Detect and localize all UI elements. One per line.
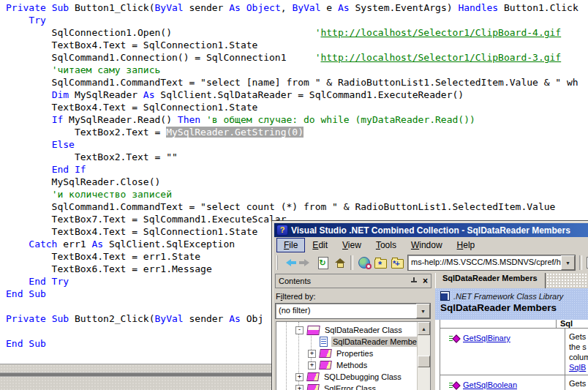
- tree-item-label: Methods: [335, 360, 369, 370]
- filter-dropdown-button[interactable]: ▼: [416, 304, 430, 318]
- table-row-partial: Sql: [440, 320, 588, 329]
- home-button[interactable]: [331, 255, 348, 271]
- refresh-button[interactable]: [314, 255, 331, 271]
- code-text: TextBox4.Text = SqlConnection1.State: [6, 102, 257, 113]
- code-keyword: ByVal: [155, 2, 184, 13]
- url-value[interactable]: ms-help://MS.VSCC/MS.MSDNVS/cpref/htm: [408, 255, 561, 270]
- code-line: MySqlReader.Close(): [6, 176, 588, 188]
- menu-item-file[interactable]: File: [276, 238, 305, 252]
- code-comment: 'в общем случае: do while (myDataReader.…: [206, 114, 475, 125]
- tree-expand-icon[interactable]: +: [295, 385, 304, 390]
- forward-arrow-button[interactable]: [298, 255, 314, 271]
- code-line: 'читаем саму запись: [6, 64, 588, 76]
- new-window-button[interactable]: [584, 255, 588, 271]
- favorites-folder-icon: [391, 259, 404, 269]
- code-line: 'и количество записей: [6, 188, 588, 200]
- tree-item-properties[interactable]: +Properties: [276, 348, 430, 359]
- url-combobox[interactable]: ms-help://MS.VSCC/MS.MSDNVS/cpref/htm ▼: [407, 255, 576, 271]
- member-desc-text: the s: [569, 342, 588, 352]
- back-arrow-icon: [282, 259, 296, 266]
- code-text: [200, 114, 206, 125]
- code-line: TextBox4.Text = SqlConnection1.State: [6, 101, 588, 113]
- web-search-button[interactable]: [355, 255, 372, 271]
- menu-item-window[interactable]: Window: [404, 238, 450, 252]
- code-line: Try: [6, 14, 588, 26]
- member-link-getsqlbinary[interactable]: GetSqlBinary: [463, 334, 510, 342]
- back-arrow-button[interactable]: [281, 255, 298, 271]
- tree-expand-icon[interactable]: +: [308, 361, 316, 370]
- code-keyword: Then: [178, 114, 200, 125]
- contents-panel-title: Contents: [279, 277, 410, 285]
- member-desc-cell: Getsthe s: [565, 375, 587, 390]
- tree-expand-icon[interactable]: +: [308, 350, 316, 358]
- code-text: SqlClient.SqlDataReader = SqlCommand1.Ex…: [155, 89, 464, 100]
- code-keyword: End Sub: [6, 288, 46, 299]
- tree-expand-icon[interactable]: +: [295, 373, 304, 381]
- tree-item-methods[interactable]: +Methods: [276, 359, 430, 371]
- tree-item-sqldatareader-membe[interactable]: SqlDataReader Membe: [276, 336, 430, 348]
- code-text: sender: [184, 313, 230, 324]
- code-text: SqlCommand1.CommandText = "select [name]…: [6, 77, 578, 88]
- tree-item-sqldebugging-class[interactable]: +SQLDebugging Class: [276, 371, 430, 383]
- code-line: TextBox2.Text = "": [6, 151, 588, 163]
- document-header: .NET Framework Class Library SqlDataRead…: [435, 288, 588, 320]
- member-desc-text: colum: [569, 352, 588, 362]
- members-table-wrap: Sql GetSqlBinaryGetsthe scolumSqlBGetSql…: [440, 320, 588, 390]
- pin-icon[interactable]: [410, 277, 418, 285]
- book-closed-icon: [319, 361, 332, 370]
- code-comment-link: http://localhost/Selector1/ClipBoard-4.g…: [320, 27, 561, 38]
- code-text: TextBox2.Text = "": [6, 151, 178, 162]
- code-keyword: End Sub: [6, 338, 46, 349]
- code-keyword: Dim: [52, 89, 69, 100]
- menu-item-edit[interactable]: Edit: [305, 238, 335, 252]
- method-icon: [449, 381, 461, 390]
- tab-sqldatareader-members[interactable]: SqlDataReader Members: [435, 273, 546, 288]
- code-text: [46, 313, 52, 324]
- code-text: Button1.Click: [498, 2, 578, 13]
- member-desc-text: Gets: [569, 378, 587, 389]
- index-folder-icon: [374, 259, 387, 269]
- menu-item-help[interactable]: Help: [450, 238, 483, 252]
- url-dropdown-button[interactable]: ▼: [561, 255, 575, 270]
- code-text: [241, 2, 246, 13]
- menu-bar: FileEditViewToolsWindowHelp: [274, 237, 588, 252]
- code-keyword: Sub: [52, 2, 69, 13]
- code-keyword: As: [91, 239, 103, 250]
- code-text: TextBox7.Text = SqlCommand1.ExecuteScala…: [6, 214, 287, 225]
- table-row: GetSqlBinaryGetsthe scolumSqlB: [440, 329, 588, 375]
- menu-item-tools[interactable]: Tools: [369, 238, 404, 252]
- page-title: SqlDataReader Members: [440, 302, 588, 313]
- menu-item-view[interactable]: View: [335, 238, 369, 252]
- help-question-icon[interactable]: ?: [276, 225, 288, 236]
- filter-combobox[interactable]: (no filter) ▼: [275, 303, 431, 319]
- code-comment: 'и количество записей: [52, 189, 172, 200]
- tree-scrollbar[interactable]: ▲: [417, 322, 430, 390]
- scrollbar-thumb[interactable]: [418, 356, 430, 367]
- tree-item-sqlerror-class[interactable]: +SqlError Class: [276, 383, 430, 390]
- contents-tree-box: -SqlDataReader ClassSqlDataReader Membe+…: [276, 321, 431, 390]
- scroll-up-button[interactable]: ▲: [418, 322, 430, 335]
- member-desc-link[interactable]: SqlB: [569, 362, 588, 372]
- tree-item-label: SqlDataReader Membe: [331, 337, 418, 347]
- index-folder-button[interactable]: [372, 255, 389, 271]
- code-keyword: Handles: [458, 2, 498, 13]
- code-keyword: Private: [6, 2, 46, 13]
- tree-collapse-icon[interactable]: -: [295, 326, 304, 334]
- favorites-folder-button[interactable]: [389, 255, 406, 271]
- code-keyword: If: [52, 114, 64, 125]
- book-closed-icon: [306, 372, 320, 381]
- code-text: SqlCommand1.CommandText = "select count …: [6, 201, 555, 212]
- document-tab-bar: SqlDataReader Members: [435, 273, 588, 288]
- code-keyword: As: [143, 89, 155, 100]
- tree-item-label: Properties: [335, 348, 374, 359]
- close-icon[interactable]: ×: [423, 277, 428, 285]
- code-text: [46, 2, 52, 13]
- tree-item-sqldatareader-class[interactable]: -SqlDataReader Class: [276, 324, 430, 336]
- filter-value[interactable]: (no filter): [276, 304, 416, 318]
- help-window-titlebar[interactable]: ? Visual Studio .NET Combined Collection…: [274, 223, 588, 237]
- toolbar-gripper[interactable]: [276, 255, 278, 270]
- code-text: e: [321, 2, 338, 13]
- code-text: SqlClient.SqlException: [103, 239, 235, 250]
- member-link-getsqlboolean[interactable]: GetSqlBoolean: [463, 380, 517, 389]
- code-selected-text: MySqlReader.GetString(0): [166, 127, 304, 138]
